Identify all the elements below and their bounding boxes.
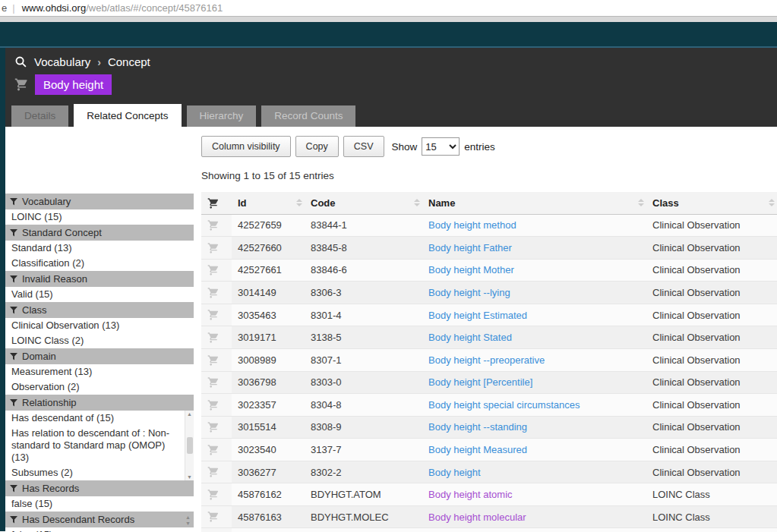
cart-icon[interactable]: [207, 488, 220, 499]
cart-icon[interactable]: [207, 466, 220, 477]
page-size-select[interactable]: 15: [422, 137, 460, 156]
column-visibility-button[interactable]: Column visibility: [201, 136, 291, 157]
tab-related-concepts[interactable]: Related Concepts: [74, 104, 181, 127]
filter-section-label: Standard Concept: [22, 227, 102, 238]
scroll-down-icon[interactable]: ▼: [187, 474, 192, 480]
concept-class-cell: Clinical Observation: [646, 416, 777, 439]
concept-link[interactable]: Body height Measured: [428, 444, 527, 455]
url-host: www.ohdsi.org: [22, 2, 87, 14]
column-header-id[interactable]: Id: [232, 192, 305, 214]
concept-id-cell: 3023357: [232, 394, 305, 417]
cart-icon[interactable]: [207, 286, 220, 297]
cart-icon[interactable]: [207, 354, 220, 365]
tab-hierarchy[interactable]: Hierarchy: [187, 105, 257, 127]
cart-icon[interactable]: [14, 77, 29, 92]
concept-code-cell: 8308-9: [305, 416, 422, 439]
concept-link[interactable]: Body height special circumstances: [428, 399, 580, 411]
csv-button[interactable]: CSV: [343, 136, 384, 157]
copy-button[interactable]: Copy: [295, 136, 339, 157]
concept-link[interactable]: Body height [Percentile]: [428, 376, 532, 388]
filter-option[interactable]: Standard (13): [5, 241, 194, 256]
filter-section-header[interactable]: Class: [5, 302, 194, 318]
concept-id-cell: 3036277: [232, 461, 305, 483]
concept-class-cell: LOINC Class: [646, 483, 777, 506]
column-header-name[interactable]: Name: [422, 192, 646, 214]
concept-link[interactable]: Body height: [428, 467, 481, 478]
filter-section-header[interactable]: Has Records: [5, 480, 194, 496]
filter-option[interactable]: false (15): [5, 527, 194, 532]
filter-option[interactable]: Classification (2): [5, 256, 194, 271]
browser-bar-lower-strip: [0, 17, 777, 22]
filter-funnel-icon: [10, 516, 17, 524]
filter-option[interactable]: false (15): [5, 496, 194, 512]
cart-icon[interactable]: [207, 421, 220, 433]
filter-funnel-icon: [10, 275, 17, 283]
filter-option[interactable]: Clinical Observation (13): [5, 318, 194, 333]
cart-icon[interactable]: [207, 241, 220, 253]
concept-link[interactable]: Body height Mother: [428, 264, 514, 275]
address-bar-divider: |: [12, 2, 14, 14]
filter-section-header[interactable]: Domain: [5, 348, 194, 364]
scroll-up-icon[interactable]: ▲: [187, 411, 192, 417]
tab-details[interactable]: Details: [11, 105, 68, 127]
cart-icon[interactable]: [207, 219, 220, 231]
table-row: 30235403137-7Body height MeasuredClinica…: [201, 439, 777, 461]
filter-section-header[interactable]: Relationship: [5, 395, 194, 411]
concept-tabs: Details Related Concepts Hierarchy Recor…: [11, 104, 355, 127]
concept-link[interactable]: Body height --lying: [428, 287, 510, 298]
entries-label: entries: [464, 141, 495, 153]
cart-icon[interactable]: [207, 331, 220, 342]
tab-record-counts[interactable]: Record Counts: [261, 105, 355, 127]
filter-funnel-icon: [10, 485, 17, 493]
concept-id-cell: 3023540: [232, 439, 305, 461]
concept-link[interactable]: Body height Father: [428, 242, 512, 253]
filter-section-header[interactable]: Has Descendant Records: [5, 512, 194, 527]
concept-link[interactable]: Body height method: [428, 219, 516, 231]
concept-header: Vocabulary › Concept Body height Details…: [5, 48, 777, 127]
concept-id-cell: 3019171: [232, 326, 305, 349]
concept-link[interactable]: Body height Estimated: [428, 310, 527, 321]
cart-icon[interactable]: [207, 443, 220, 455]
concept-code-cell: 8306-3: [305, 282, 422, 304]
column-header-code[interactable]: Code: [305, 192, 422, 214]
scroll-up-icon[interactable]: ▲: [185, 515, 191, 521]
concept-code-cell: 8304-8: [305, 394, 422, 417]
column-header-class[interactable]: Class: [646, 192, 777, 214]
filter-option[interactable]: LOINC (15): [5, 209, 194, 225]
filter-option[interactable]: Subsumes (2): [5, 465, 194, 480]
cart-icon[interactable]: [207, 511, 220, 522]
page-size-control: Show 15 entries: [392, 137, 495, 156]
column-header-cart[interactable]: [201, 192, 232, 214]
concept-id-cell: 3015514: [232, 416, 305, 439]
concept-link[interactable]: Body height atomic: [428, 489, 513, 500]
filter-section-header[interactable]: Invalid Reason: [5, 271, 194, 287]
sidebar-scrollbar[interactable]: ▲ ▼: [184, 515, 192, 527]
table-row: 30089898307-1Body height --preoperativeC…: [201, 348, 777, 371]
cart-icon[interactable]: [207, 376, 220, 388]
filter-option[interactable]: LOINC Class (2): [5, 333, 194, 348]
filter-option[interactable]: Has relation to descendant of : Non-stan…: [5, 426, 194, 465]
cart-icon[interactable]: [207, 398, 220, 410]
filter-option[interactable]: Has descendant of (15): [5, 411, 194, 426]
scrollbar-thumb[interactable]: [187, 437, 193, 454]
filter-option[interactable]: Measurement (13): [5, 364, 194, 379]
concept-code-cell: 8307-1: [305, 348, 422, 371]
filter-option[interactable]: Valid (15): [5, 287, 194, 302]
table-row: 30191713138-5Body height StatedClinical …: [201, 326, 777, 349]
concept-class-cell: Clinical Observation: [646, 304, 777, 326]
filter-section-scrollbar[interactable]: ▲▼: [185, 411, 194, 480]
filter-option[interactable]: Observation (2): [5, 379, 194, 395]
concept-link[interactable]: Body height --standing: [428, 421, 527, 433]
cart-icon[interactable]: [207, 309, 220, 320]
scroll-down-icon[interactable]: ▼: [185, 521, 191, 527]
cart-icon[interactable]: [207, 264, 220, 275]
filter-section-header[interactable]: Vocabulary: [5, 194, 194, 209]
filter-section-header[interactable]: Standard Concept: [5, 225, 194, 241]
concept-link[interactable]: Body height molecular: [428, 512, 526, 523]
page-url[interactable]: www.ohdsi.org/web/atlas/#/concept/458761…: [22, 2, 223, 14]
concept-link[interactable]: Body height Stated: [428, 332, 512, 343]
browser-address-bar[interactable]: e | www.ohdsi.org/web/atlas/#/concept/45…: [0, 0, 777, 17]
breadcrumb-vocabulary-link[interactable]: Vocabulary: [34, 55, 90, 68]
filter-funnel-icon: [10, 399, 17, 407]
concept-link[interactable]: Body height --preoperative: [428, 354, 545, 366]
